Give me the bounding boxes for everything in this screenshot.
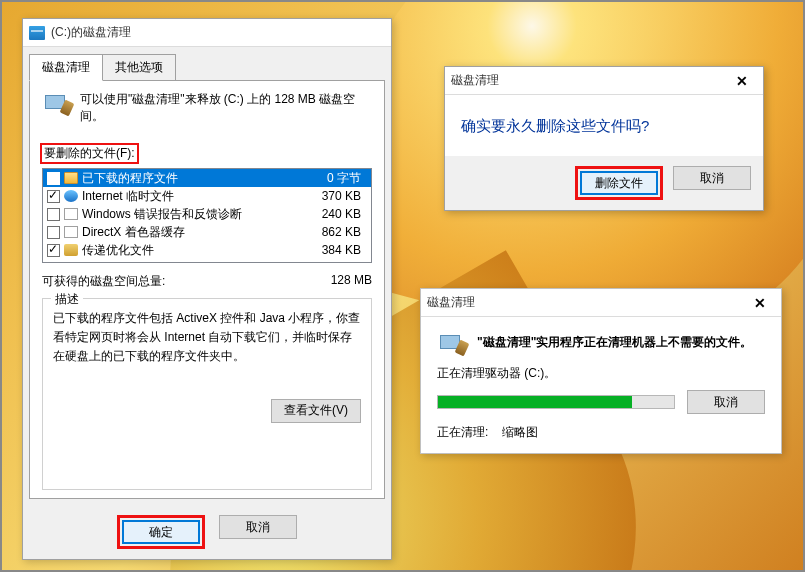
confirm-footer: 删除文件 取消 bbox=[445, 156, 763, 210]
gain-value: 128 MB bbox=[331, 273, 372, 290]
folder-icon bbox=[64, 172, 78, 184]
tabs-strip: 磁盘清理 其他选项 bbox=[23, 47, 391, 80]
highlight-red: 确定 bbox=[117, 515, 205, 549]
progress-headline: "磁盘清理"实用程序正在清理机器上不需要的文件。 bbox=[477, 334, 752, 351]
cancel-button[interactable]: 取消 bbox=[673, 166, 751, 190]
titlebar[interactable]: 磁盘清理 ✕ bbox=[445, 67, 763, 95]
gain-row: 可获得的磁盘空间总量: 128 MB bbox=[42, 273, 372, 290]
highlight-red: 删除文件 bbox=[575, 166, 663, 200]
file-name: DirectX 着色器缓存 bbox=[82, 224, 303, 241]
ok-button[interactable]: 确定 bbox=[122, 520, 200, 544]
tab-other-options[interactable]: 其他选项 bbox=[102, 54, 176, 81]
file-list-row[interactable]: 已下载的程序文件0 字节 bbox=[43, 169, 371, 187]
progress-bar bbox=[437, 395, 675, 409]
files-to-delete-label: 要删除的文件(F): bbox=[42, 143, 372, 164]
status-label: 正在清理: bbox=[437, 425, 488, 439]
file-list-row[interactable]: Windows 错误报告和反馈诊断240 KB bbox=[43, 205, 371, 223]
window-title: (C:)的磁盘清理 bbox=[51, 24, 385, 41]
titlebar[interactable]: 磁盘清理 ✕ bbox=[421, 289, 781, 317]
progress-fill bbox=[438, 396, 632, 408]
gain-label: 可获得的磁盘空间总量: bbox=[42, 273, 331, 290]
file-name: Windows 错误报告和反馈诊断 bbox=[82, 206, 303, 223]
description-legend: 描述 bbox=[51, 291, 83, 308]
checkbox[interactable] bbox=[47, 172, 60, 185]
file-name: Internet 临时文件 bbox=[82, 188, 303, 205]
checkbox[interactable] bbox=[47, 190, 60, 203]
file-name: 传递优化文件 bbox=[82, 242, 303, 259]
disk-cleanup-icon bbox=[437, 331, 465, 353]
file-size: 370 KB bbox=[307, 189, 367, 203]
file-size: 384 KB bbox=[307, 243, 367, 257]
titlebar[interactable]: (C:)的磁盘清理 bbox=[23, 19, 391, 47]
window-title: 磁盘清理 bbox=[427, 294, 739, 311]
view-files-button[interactable]: 查看文件(V) bbox=[271, 399, 361, 423]
checkbox[interactable] bbox=[47, 226, 60, 239]
intro-row: 可以使用"磁盘清理"来释放 (C:) 上的 128 MB 磁盘空间。 bbox=[42, 91, 372, 125]
file-name: 已下载的程序文件 bbox=[82, 170, 303, 187]
progress-dialog: 磁盘清理 ✕ "磁盘清理"实用程序正在清理机器上不需要的文件。 正在清理驱动器 … bbox=[420, 288, 782, 454]
tab-panel: 可以使用"磁盘清理"来释放 (C:) 上的 128 MB 磁盘空间。 要删除的文… bbox=[29, 80, 385, 499]
window-title: 磁盘清理 bbox=[451, 72, 721, 89]
file-size: 240 KB bbox=[307, 207, 367, 221]
cancel-button[interactable]: 取消 bbox=[219, 515, 297, 539]
status-row: 正在清理: 缩略图 bbox=[421, 414, 781, 441]
tab-disk-cleanup[interactable]: 磁盘清理 bbox=[29, 54, 103, 81]
disk-cleanup-icon bbox=[42, 91, 70, 113]
doc-icon bbox=[64, 226, 78, 238]
cleaning-label: 正在清理驱动器 (C:)。 bbox=[421, 357, 781, 382]
file-list-row[interactable]: Internet 临时文件370 KB bbox=[43, 187, 371, 205]
checkbox[interactable] bbox=[47, 244, 60, 257]
intro-text: 可以使用"磁盘清理"来释放 (C:) 上的 128 MB 磁盘空间。 bbox=[80, 91, 372, 125]
status-value: 缩略图 bbox=[502, 425, 538, 439]
files-list[interactable]: 已下载的程序文件0 字节Internet 临时文件370 KBWindows 错… bbox=[42, 168, 372, 263]
file-list-row[interactable]: DirectX 着色器缓存862 KB bbox=[43, 223, 371, 241]
doc-icon bbox=[64, 208, 78, 220]
screenshot-frame: (C:)的磁盘清理 磁盘清理 其他选项 可以使用"磁盘清理"来释放 (C:) 上… bbox=[0, 0, 805, 572]
progress-headline-row: "磁盘清理"实用程序正在清理机器上不需要的文件。 bbox=[421, 317, 781, 357]
confirm-dialog: 磁盘清理 ✕ 确实要永久删除这些文件吗? 删除文件 取消 bbox=[444, 66, 764, 211]
delete-files-button[interactable]: 删除文件 bbox=[580, 171, 658, 195]
progress-bar-row: 取消 bbox=[421, 390, 781, 414]
checkbox[interactable] bbox=[47, 208, 60, 221]
file-size: 862 KB bbox=[307, 225, 367, 239]
close-icon[interactable]: ✕ bbox=[745, 292, 775, 314]
confirm-message: 确实要永久删除这些文件吗? bbox=[445, 95, 763, 156]
close-icon[interactable]: ✕ bbox=[727, 70, 757, 92]
dialog-buttons: 确定 取消 bbox=[23, 505, 391, 559]
ie-icon bbox=[64, 190, 78, 202]
description-group: 描述 已下载的程序文件包括 ActiveX 控件和 Java 小程序，你查看特定… bbox=[42, 298, 372, 490]
file-size: 0 字节 bbox=[307, 170, 367, 187]
drive-icon bbox=[29, 26, 45, 40]
highlight-red: 要删除的文件(F): bbox=[40, 143, 139, 164]
description-text: 已下载的程序文件包括 ActiveX 控件和 Java 小程序，你查看特定网页时… bbox=[53, 309, 361, 367]
file-list-row[interactable]: 传递优化文件384 KB bbox=[43, 241, 371, 259]
lock-icon bbox=[64, 244, 78, 256]
cancel-button[interactable]: 取消 bbox=[687, 390, 765, 414]
disk-cleanup-window: (C:)的磁盘清理 磁盘清理 其他选项 可以使用"磁盘清理"来释放 (C:) 上… bbox=[22, 18, 392, 560]
